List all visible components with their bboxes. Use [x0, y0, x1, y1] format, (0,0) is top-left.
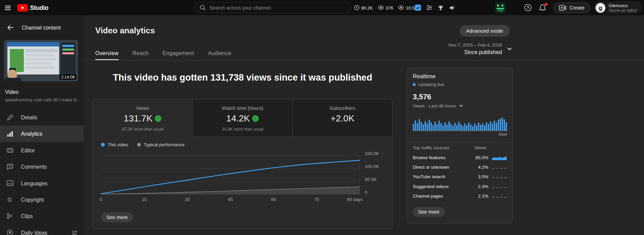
account-menu[interactable]: g Glencoco You're an editor — [594, 1, 642, 14]
traffic-sparkline — [492, 194, 507, 199]
search-input[interactable] — [210, 5, 346, 11]
now-label: Now — [499, 132, 507, 136]
tabs-divider — [84, 60, 644, 61]
x-axis-tick: 45 — [228, 197, 233, 202]
studio-logo[interactable]: Studio — [17, 4, 49, 11]
traffic-sparkline — [492, 165, 507, 170]
realtime-views-selector[interactable]: Views · Last 48 hours — [413, 103, 463, 108]
metric-label: Views — [136, 105, 149, 111]
help-icon: ? — [524, 4, 532, 12]
date-mode-text: Since published — [448, 49, 502, 55]
stat-value: 376 — [386, 5, 393, 10]
subtitles-icon — [6, 180, 14, 186]
ideas-icon — [6, 229, 14, 235]
back-to-channel-content[interactable]: Channel content — [6, 24, 60, 31]
traffic-row-direct-or-unknown: Direct or unknown 4.2% — [413, 162, 507, 172]
search-icon — [200, 4, 206, 11]
stat-value: 90.2K — [361, 5, 373, 10]
realtime-views-value: 3,576 — [413, 93, 431, 101]
megaphone-extension-button[interactable] — [449, 5, 455, 11]
traffic-sparkline — [492, 155, 507, 160]
extension-icons — [415, 0, 455, 15]
channel-avatar-button[interactable] — [495, 2, 506, 14]
hamburger-icon — [4, 4, 12, 11]
chevron-down-icon — [506, 45, 513, 52]
sidebar-item-comments[interactable]: Comments — [0, 158, 84, 175]
chart-legend: This video Typical performance — [101, 142, 184, 147]
legend-this-video: This video — [101, 142, 128, 147]
eye-icon — [398, 5, 404, 10]
sidebar-item-label: Analytics — [21, 131, 42, 137]
notification-dot — [544, 3, 547, 5]
traffic-sparkline — [492, 174, 507, 179]
traffic-sparkline — [492, 184, 507, 189]
account-avatar: g — [595, 3, 605, 13]
y-axis-tick: 100.0K — [365, 164, 379, 169]
channel-stats-overlay: 90.2K 376 10.5K — [354, 0, 417, 15]
video-duration-badge: 2:14:06 — [59, 74, 76, 80]
metric-value: 14.2K ↑ — [226, 113, 259, 124]
search-bar — [194, 2, 351, 13]
sidebar-item-label: Details — [21, 114, 37, 120]
app-name: Studio — [30, 4, 48, 11]
megaphone-icon — [449, 5, 455, 11]
analytics-tabs: Overview Reach Engagement Audience — [95, 47, 231, 60]
sidebar-item-label: Editor — [21, 147, 35, 153]
realtime-live-status: Updating live — [413, 82, 444, 87]
tab-overview[interactable]: Overview — [95, 47, 119, 60]
stat-watch-time: 90.2K — [354, 5, 373, 11]
eye-icon — [378, 5, 384, 10]
sidebar-item-copyright[interactable]: © Copyright — [0, 191, 84, 208]
main-content: Video analytics Advanced mode Overview R… — [84, 15, 644, 235]
realtime-see-more-button[interactable]: See more — [413, 207, 445, 217]
account-name: Glencoco — [609, 3, 637, 8]
realtime-title: Realtime — [413, 73, 435, 79]
hamburger-menu-button[interactable] — [4, 4, 12, 11]
sidebar-item-analytics[interactable]: Analytics — [0, 125, 84, 142]
trophy-extension-button[interactable] — [438, 5, 444, 11]
sidebar-item-details[interactable]: Details — [0, 109, 84, 125]
sidebar-item-languages[interactable]: Languages — [0, 175, 84, 191]
sidebar-item-editor[interactable]: Editor — [0, 142, 84, 158]
metric-tab-watch-time[interactable]: Watch time (hours) 14.2K ↑ 10.9K more th… — [192, 99, 292, 137]
video-title: speedrunning cold calls till I make $... — [5, 97, 80, 102]
channel-avatar-image — [495, 2, 506, 14]
youtube-logo-icon — [17, 4, 28, 11]
sliders-extension-button[interactable] — [426, 5, 432, 11]
metric-tabs: Views 131.7K ↑ 87.2K more than usual Wat… — [93, 99, 392, 137]
back-arrow-icon — [6, 24, 14, 31]
metric-tab-subscribers[interactable]: Subscribers +2.0K — [292, 99, 392, 137]
chevron-down-icon — [458, 103, 464, 108]
metric-tab-views[interactable]: Views 131.7K ↑ 87.2K more than usual — [93, 99, 192, 137]
youtube-studio-app: Studio 90.2K 376 10.5K — [0, 0, 644, 235]
advanced-mode-button[interactable]: Advanced mode — [460, 25, 510, 37]
create-label: Create — [570, 5, 585, 11]
y-axis-tick: 150.0K — [365, 151, 379, 156]
help-button[interactable]: ? — [524, 4, 532, 12]
create-button[interactable]: Create — [553, 2, 590, 13]
x-axis-tick: 15 — [142, 197, 147, 202]
realtime-bar-chart — [413, 116, 507, 131]
clock-icon — [354, 5, 359, 11]
x-axis-tick: 0 — [100, 197, 102, 202]
sidebar-item-label: Languages — [21, 180, 48, 186]
sidebar-item-daily-ideas[interactable]: Daily Ideas — [0, 224, 84, 235]
trophy-icon — [438, 5, 444, 11]
see-more-button[interactable]: See more — [101, 212, 133, 222]
tab-audience[interactable]: Audience — [208, 47, 231, 60]
tab-engagement[interactable]: Engagement — [162, 47, 194, 60]
metric-value: 131.7K ↑ — [124, 113, 161, 124]
tab-reach[interactable]: Reach — [132, 47, 148, 60]
y-axis-tick: 0 — [365, 190, 367, 195]
legend-dot-gray — [137, 142, 141, 146]
blue-badge-extension-button[interactable] — [415, 4, 421, 11]
video-thumbnail[interactable]: 2:14:06 — [4, 40, 78, 81]
sidebar-item-label: Comments — [21, 164, 47, 170]
sidebar-item-clips[interactable]: Clips — [0, 208, 84, 224]
date-range-selector[interactable]: Nov 7, 2025 – Feb 4, 2026 Since publishe… — [448, 43, 513, 55]
notifications-button[interactable] — [539, 4, 546, 12]
trend-up-icon: ↑ — [155, 115, 161, 122]
editor-icon — [6, 147, 14, 154]
legend-typical-performance: Typical performance — [137, 142, 184, 147]
x-axis-tick: 60 — [271, 197, 276, 202]
